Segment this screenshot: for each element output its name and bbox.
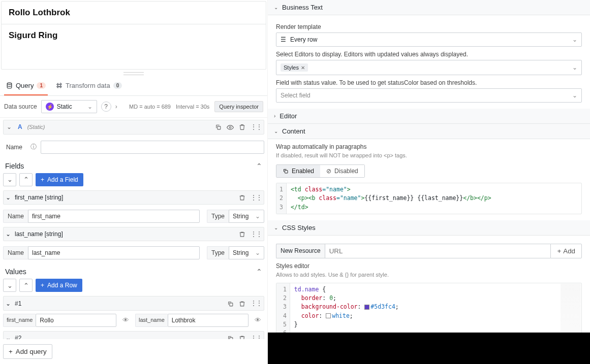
chevron-down-icon: ⌄ — [274, 5, 278, 10]
content-code-editor[interactable]: 123 <td class="name"> <p><b class="name"… — [276, 183, 582, 214]
expand-all-button[interactable]: ⌃ — [19, 173, 33, 186]
trash-icon[interactable] — [239, 300, 245, 307]
add-field-button[interactable]: + Add a Field — [36, 173, 83, 186]
row-number: #2 — [15, 335, 21, 339]
new-resource-label: New Resource — [276, 244, 325, 258]
section-editor[interactable]: › Editor — [268, 109, 590, 124]
copy-icon[interactable] — [215, 123, 222, 131]
drag-icon[interactable]: ⋮⋮ — [251, 335, 262, 339]
value-fn-input[interactable] — [36, 314, 116, 327]
datasource-row: Data source ⚡ Static ⌄ ? › MD = auto = 6… — [0, 96, 267, 118]
field-name-label: Name — [3, 246, 28, 259]
close-icon[interactable]: ✕ — [301, 65, 305, 71]
section-business-text[interactable]: ⌄ Business Text — [268, 0, 590, 15]
toggle-disabled[interactable]: ⊘ Disabled — [320, 165, 364, 177]
css-code-editor[interactable]: 12345678910 td.name { border: 0; backgro… — [276, 283, 582, 333]
add-resource-button[interactable]: +Add — [550, 244, 582, 258]
chevron-down-icon: ⌄ — [255, 249, 260, 256]
field-header-label: first_name [string] — [15, 194, 63, 201]
values-section-title[interactable]: Values ⌃ — [3, 263, 264, 279]
svg-rect-3 — [230, 303, 233, 306]
transform-icon — [56, 82, 63, 89]
drag-icon[interactable]: ⋮⋮ — [251, 194, 262, 201]
chip-styles[interactable]: Styles✕ — [281, 63, 308, 72]
trash-icon[interactable] — [239, 335, 245, 339]
info-icon[interactable]: ⓘ — [30, 143, 37, 151]
preview-row-2: Sigurd Ring — [2, 24, 266, 69]
field-name-input[interactable] — [28, 210, 200, 223]
drag-icon[interactable]: ⋮⋮ — [251, 123, 262, 131]
query-a-header[interactable]: ⌄ A (Static) ⋮⋮ — [3, 120, 264, 135]
tab-transform[interactable]: Transform data 0 — [54, 77, 124, 95]
chevron-up-icon: ⌃ — [256, 162, 262, 170]
value-row-2-header[interactable]: ⌄ #2 ⋮⋮ — [3, 331, 264, 339]
section-css-styles[interactable]: ⌄ CSS Styles — [268, 220, 590, 236]
plus-icon: + — [41, 282, 44, 289]
status-field-select[interactable]: Select field ⌄ — [276, 88, 582, 103]
datasource-help[interactable]: ? — [101, 102, 111, 112]
datasource-value: Static — [57, 103, 72, 110]
bolt-icon: ⚡ — [46, 103, 54, 111]
chevron-down-icon: ⌄ — [572, 64, 577, 71]
drag-icon[interactable]: ⋮⋮ — [251, 230, 262, 238]
query-name-label: Name — [3, 144, 26, 151]
field-name-input[interactable] — [28, 246, 200, 259]
chevron-down-icon: ⌄ — [274, 225, 278, 230]
wrap-toggle: Enabled ⊘ Disabled — [276, 164, 365, 178]
render-template-label: Render template — [276, 23, 582, 30]
chevron-down-icon: ⌄ — [6, 335, 11, 339]
query-name-input[interactable] — [41, 141, 264, 154]
add-row-button[interactable]: + Add a Row — [36, 279, 82, 292]
value-row-1-header[interactable]: ⌄ #1 ⋮⋮ — [3, 296, 264, 310]
minimap[interactable] — [561, 284, 581, 333]
tab-query-label: Query — [16, 82, 34, 89]
drag-icon[interactable]: ⋮⋮ — [251, 300, 262, 307]
field-type-label: Type — [207, 246, 229, 259]
plus-icon: + — [9, 348, 13, 355]
trash-icon[interactable] — [239, 230, 245, 238]
section-content[interactable]: ⌄ Content — [268, 124, 590, 139]
chevron-down-icon: ⌄ — [274, 128, 278, 134]
preview-panel: Rollo Lothbrok Sigurd Ring — [1, 1, 266, 70]
styles-editor-title: Styles editor — [276, 262, 582, 270]
trash-icon[interactable] — [239, 123, 245, 131]
collapse-all-button[interactable]: ⌄ — [3, 173, 16, 186]
copy-icon[interactable] — [227, 335, 234, 339]
field-type-select[interactable]: String⌄ — [229, 246, 264, 259]
expand-all-button[interactable]: ⌃ — [19, 279, 33, 292]
interval-info: Interval = 30s — [176, 104, 209, 110]
svg-point-2 — [229, 126, 231, 128]
md-info: MD = auto = 689 — [129, 104, 171, 110]
bottom-black-area — [268, 333, 590, 364]
copy-icon[interactable] — [227, 300, 234, 307]
editors-select[interactable]: Styles✕ ⌄ — [276, 60, 582, 75]
field-last-name-header[interactable]: ⌄ last_name [string] ⋮⋮ — [3, 227, 264, 241]
datasource-label: Data source — [4, 103, 37, 110]
chevron-down-icon: ⌄ — [6, 300, 11, 307]
svg-rect-1 — [218, 126, 221, 129]
chevron-up-icon: ⌃ — [256, 268, 262, 276]
datasource-select[interactable]: ⚡ Static ⌄ — [41, 100, 97, 113]
query-inspector-button[interactable]: Query inspector — [214, 101, 263, 112]
render-template-select[interactable]: ☰ Every row ⌄ — [276, 32, 582, 47]
add-query-button[interactable]: + Add query — [3, 344, 52, 359]
trash-icon[interactable] — [239, 194, 245, 201]
eye-icon[interactable]: 👁 — [252, 316, 264, 324]
list-icon: ☰ — [281, 36, 286, 43]
svg-rect-5 — [285, 171, 288, 174]
tab-query[interactable]: Query 1 — [4, 77, 48, 95]
chevron-right-icon: › — [115, 103, 117, 110]
tab-transform-label: Transform data — [66, 82, 110, 89]
svg-point-0 — [7, 83, 12, 84]
eye-icon[interactable]: 👁 — [119, 316, 132, 324]
toggle-enabled[interactable]: Enabled — [276, 165, 320, 177]
field-type-select[interactable]: String⌄ — [229, 210, 264, 223]
query-tabs: Query 1 Transform data 0 — [0, 77, 267, 96]
value-ln-input[interactable] — [168, 314, 249, 327]
resource-url-input[interactable] — [325, 244, 551, 258]
fields-section-title[interactable]: Fields ⌃ — [3, 158, 264, 173]
collapse-all-button[interactable]: ⌄ — [3, 279, 16, 292]
panel-splitter[interactable] — [0, 71, 267, 77]
field-first-name-header[interactable]: ⌄ first_name [string] ⋮⋮ — [3, 190, 264, 205]
eye-icon[interactable] — [227, 123, 234, 131]
